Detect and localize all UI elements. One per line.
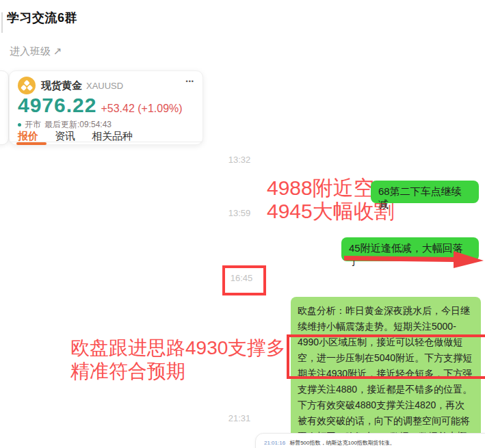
chat-screen: 学习交流6群 进入班级↗ 现货黄金 XAUUSD ••• 4976.22 +53…: [0, 0, 485, 448]
chat-bubble-reduce-position[interactable]: 68第二下车点继续减: [371, 181, 479, 203]
market-status-row: 开市 最后更新:09:54:43: [18, 119, 112, 131]
timestamp: 16:45: [224, 273, 259, 283]
annotation-accurate: 精准符合预期: [70, 358, 185, 384]
timestamp: 21:31: [222, 413, 257, 423]
market-open-dot-icon: [18, 123, 21, 127]
gold-instrument-icon: [18, 77, 36, 94]
news-message-card[interactable]: 21:01:16 标普500指数，纳斯达克100指数期货转涨。: [255, 433, 485, 448]
quote-card[interactable]: 现货黄金 XAUUSD ••• 4976.22 +53.42 (+1.09%) …: [9, 70, 203, 145]
timestamp: 13:32: [222, 155, 257, 165]
price-row: 4976.22 +53.42 (+1.09%): [18, 94, 183, 117]
price-change: +53.42 (+1.09%): [101, 103, 182, 115]
market-status: 开市: [25, 119, 41, 131]
enter-class-link[interactable]: 进入班级↗: [10, 45, 62, 58]
card-menu-dots-icon[interactable]: •••: [186, 78, 194, 85]
annotation-follow-plan: 欧盘跟进思路4930支撑多: [70, 335, 285, 361]
instrument-symbol: XAUUSD: [86, 81, 123, 91]
red-arrow-annotation-icon: [339, 250, 485, 269]
quote-card-header: 现货黄金 XAUUSD: [18, 77, 123, 94]
enter-class-label: 进入班级: [10, 45, 51, 57]
news-row: 21:01:16 标普500指数，纳斯达克100指数期货转涨。: [264, 439, 395, 447]
news-text: 标普500指数，纳斯达克100指数期货转涨。: [289, 439, 395, 447]
previous-quote-card-edge[interactable]: [0, 70, 9, 145]
analysis-highlight-box: [287, 334, 485, 379]
group-title: 学习交流6群: [7, 10, 77, 26]
instrument-name: 现货黄金: [41, 79, 82, 92]
timestamp: 13:59: [222, 208, 257, 218]
active-tab-underline: [16, 142, 47, 145]
left-edge-divider: [1, 12, 3, 33]
news-time: 21:01:16: [264, 440, 285, 446]
external-link-arrow-icon: ↗: [53, 45, 62, 57]
current-price: 4976.22: [18, 94, 96, 117]
last-update: 最后更新:09:54:43: [44, 119, 112, 131]
